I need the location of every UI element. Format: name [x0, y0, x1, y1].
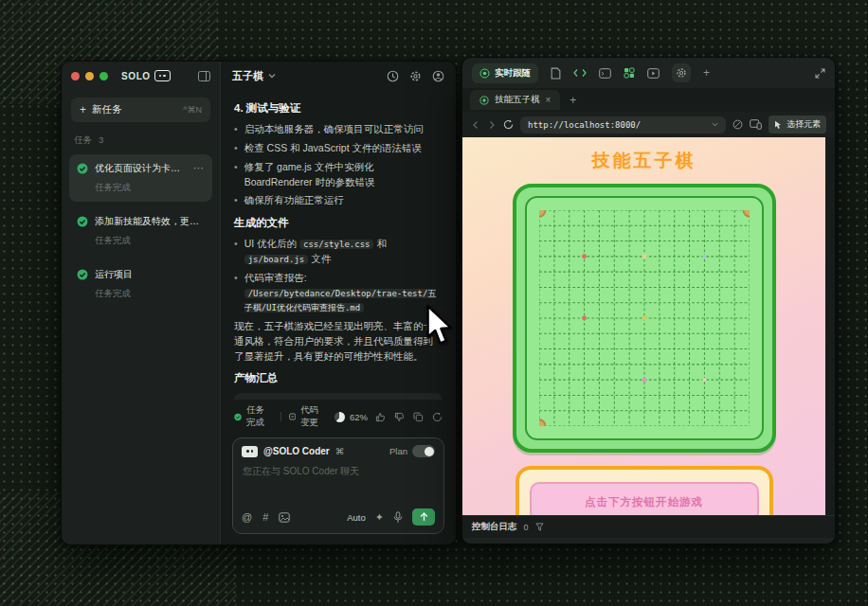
- code-change-icon: [289, 412, 296, 421]
- file-path-chip[interactable]: css/style.css: [299, 240, 373, 249]
- task-status: 任务完成: [95, 182, 205, 194]
- task-complete-icon: [77, 269, 88, 280]
- model-mode-selector[interactable]: Auto: [347, 512, 366, 523]
- enhance-prompt-icon[interactable]: ✦: [375, 512, 384, 523]
- extensions-icon[interactable]: [624, 67, 635, 79]
- url-bar[interactable]: http://localhost:8000/: [520, 116, 726, 134]
- expand-window-icon[interactable]: [815, 68, 825, 79]
- game-hint-box: 点击下方按钮开始游戏: [530, 482, 759, 515]
- browser-settings-icon[interactable]: [672, 63, 691, 82]
- task-complete-icon: [77, 216, 88, 227]
- section-heading: 4. 测试与验证: [234, 100, 443, 116]
- file-path-chip[interactable]: js/board.js: [244, 255, 309, 264]
- status-code-changes[interactable]: 代码变更: [289, 404, 327, 429]
- live-follow-icon: [479, 68, 490, 79]
- image-attach-icon[interactable]: [279, 512, 290, 523]
- solo-brand-label: SOLO: [121, 71, 151, 81]
- forward-icon[interactable]: [487, 120, 497, 130]
- console-log-bar[interactable]: 控制台日志 0: [462, 515, 835, 538]
- report-path-line: 代码审查报告: /Users/bytedance/Desktop/trae-te…: [244, 271, 443, 315]
- new-tab-icon[interactable]: +: [570, 95, 576, 106]
- hash-icon[interactable]: #: [262, 512, 268, 523]
- chat-input-footer: @ # Auto ✦: [233, 504, 443, 533]
- task-complete-icon: [77, 163, 88, 174]
- chat-title: 五子棋: [232, 69, 263, 83]
- terminal-icon[interactable]: [599, 68, 611, 79]
- send-button[interactable]: [412, 508, 435, 526]
- code-view-icon[interactable]: [573, 68, 587, 78]
- plan-toggle[interactable]: [412, 445, 435, 457]
- console-count-badge: 0: [524, 523, 529, 532]
- chat-pane: 五子棋 4. 测试与验证 •启动本地服务器，确保项目可以正常访问 •检查 CSS…: [221, 62, 456, 544]
- back-icon[interactable]: [471, 120, 480, 130]
- zoom-window-button[interactable]: [99, 72, 108, 80]
- chevron-down-icon[interactable]: [268, 73, 276, 79]
- game-info-panel: 点击下方按钮开始游戏: [515, 466, 773, 515]
- close-tab-icon[interactable]: ×: [546, 96, 552, 105]
- status-progress: 62%: [335, 412, 368, 422]
- game-hint-text: 点击下方按钮开始游戏: [585, 495, 703, 509]
- select-element-button[interactable]: 选择元素: [769, 116, 826, 134]
- task-item-2[interactable]: 运行项目 任务完成: [69, 260, 212, 308]
- task-status: 任务完成: [95, 235, 205, 247]
- chat-header: 五子棋: [221, 62, 456, 90]
- element-cursor-icon: [774, 120, 783, 130]
- solo-app-window: SOLO + 新任务 ^⌘N 任务 3 优化页面设计为卡通风格 ⋯ 任务完成: [61, 61, 457, 545]
- console-filter-icon[interactable]: [535, 523, 544, 531]
- mention-icon[interactable]: @: [242, 512, 252, 523]
- regenerate-icon[interactable]: [432, 412, 443, 422]
- live-preview-window: 实时跟随 + 技能五子棋 × + http://localhost:8000/: [461, 57, 836, 544]
- close-window-button[interactable]: [71, 72, 80, 80]
- bullet-text: 修复了 game.js 文件中实例化 BoardRenderer 时的参数错误: [244, 160, 443, 190]
- history-icon[interactable]: [387, 70, 399, 82]
- solo-logo-icon: [154, 70, 171, 81]
- send-arrow-icon: [420, 512, 428, 522]
- check-circle-icon: [234, 412, 242, 422]
- settings-gear-icon[interactable]: [409, 70, 422, 82]
- preview-toolbar: 实时跟随 +: [462, 58, 835, 88]
- thumbs-down-icon[interactable]: [394, 412, 405, 422]
- status-done: 任务完成: [234, 404, 273, 429]
- file-view-icon[interactable]: [551, 67, 561, 80]
- artifact-web-preview[interactable]: 预览 Web 页面 http://localhost:8000: [234, 393, 443, 401]
- task-item-0[interactable]: 优化页面设计为卡通风格 ⋯ 任务完成: [69, 154, 212, 202]
- copy-icon[interactable]: [413, 412, 424, 422]
- chat-input-header: @SOLO Coder ⌘ Plan: [233, 438, 443, 462]
- section-heading: 产物汇总: [234, 370, 443, 386]
- bullet-text: 启动本地服务器，确保项目可以正常访问: [244, 122, 424, 137]
- clear-data-icon[interactable]: [732, 119, 743, 130]
- agent-shortcut: ⌘: [335, 446, 345, 456]
- agent-name: @SOLO Coder: [263, 446, 330, 456]
- section-heading: 生成的文件: [234, 215, 443, 231]
- browser-tab[interactable]: 技能五子棋 ×: [470, 90, 560, 110]
- report-path-chip[interactable]: /Users/bytedance/Desktop/trae-test/五子棋/U…: [244, 289, 437, 313]
- tab-favicon: [479, 96, 489, 105]
- preview-player-icon[interactable]: [647, 68, 660, 79]
- mouse-cursor: [424, 305, 456, 350]
- solo-brand-badge: SOLO: [121, 70, 171, 81]
- add-panel-icon[interactable]: +: [703, 67, 710, 79]
- plus-icon: +: [80, 104, 86, 116]
- new-task-shortcut: ^⌘N: [183, 105, 202, 115]
- task-count: 3: [99, 134, 103, 147]
- gomoku-board[interactable]: [513, 184, 776, 453]
- live-follow-tab[interactable]: 实时跟随: [472, 63, 538, 83]
- message-input[interactable]: 您正在与 SOLO Coder 聊天: [233, 462, 443, 504]
- task-status: 任务完成: [95, 288, 205, 300]
- minimize-window-button[interactable]: [85, 72, 94, 80]
- thumbs-up-icon[interactable]: [375, 412, 386, 422]
- device-emulation-icon[interactable]: [750, 119, 762, 130]
- chat-transcript: 4. 测试与验证 •启动本地服务器，确保项目可以正常访问 •检查 CSS 和 J…: [221, 90, 456, 400]
- url-dropdown-icon[interactable]: [712, 122, 718, 127]
- microphone-icon[interactable]: [393, 511, 403, 524]
- sidebar-toggle-icon[interactable]: [198, 71, 210, 81]
- task-more-icon[interactable]: ⋯: [193, 166, 205, 171]
- profile-icon[interactable]: [432, 70, 444, 82]
- chat-input-box[interactable]: @SOLO Coder ⌘ Plan 您正在与 SOLO Coder 聊天 @ …: [232, 437, 444, 534]
- task-item-1[interactable]: 添加新技能及特效，更新游... 任务完成: [69, 207, 212, 255]
- new-task-button[interactable]: + 新任务 ^⌘N: [71, 98, 210, 122]
- task-list-header: 任务 3: [62, 126, 220, 152]
- agent-avatar-icon: [242, 446, 258, 457]
- reload-icon[interactable]: [503, 119, 514, 130]
- page-scrollbar[interactable]: [825, 137, 835, 515]
